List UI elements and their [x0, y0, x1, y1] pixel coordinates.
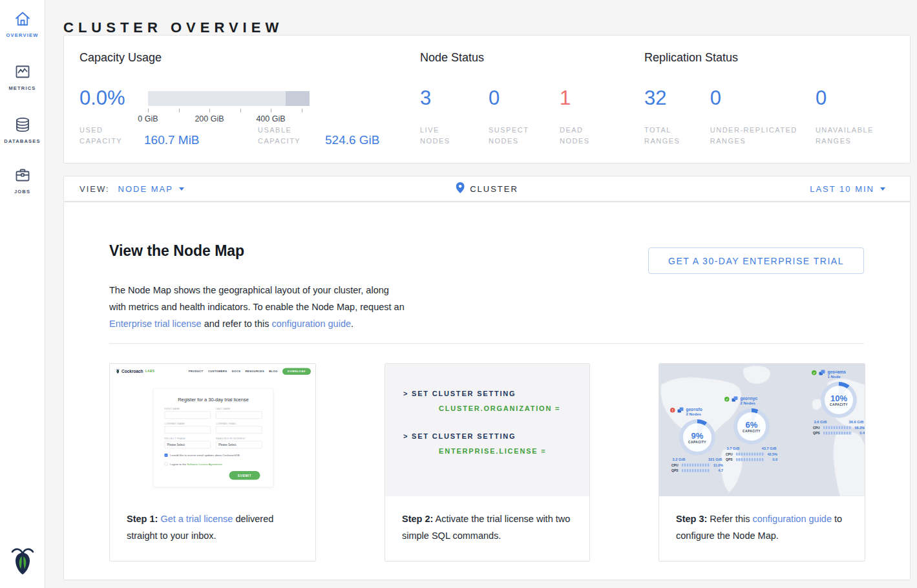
locality-node-count: 2 Nodes	[741, 401, 758, 406]
mini-site-header: Cockroach LABS PRODUCT CUSTOMERS DOCS RE…	[110, 364, 315, 379]
node-status-section: Node Status 3 LIVE NODES 0 SUSPECT NODES…	[420, 51, 644, 163]
capacity-label: CAPACITY	[830, 403, 848, 406]
mini-submit-button: SUBMIT	[229, 471, 260, 480]
step2-sql-snippet: > SET CLUSTER SETTING CLUSTER.ORGANIZATI…	[385, 364, 589, 496]
capacity-used-percent: 0.0%	[79, 87, 125, 109]
locality-node-count: 2 Nodes	[686, 412, 702, 417]
mini-nav-item: DOCS	[232, 370, 240, 373]
sidebar: OVERVIEW METRICS DATABASES	[0, 0, 45, 588]
location-pin-icon	[456, 182, 464, 196]
chevron-down-icon	[880, 187, 885, 191]
mini-brand-name: Cockroach	[121, 369, 143, 374]
sidebar-item-overview[interactable]: OVERVIEW	[0, 10, 45, 38]
total-ranges-label: TOTAL RANGES	[644, 125, 696, 147]
capacity-percent: 9%	[691, 431, 704, 439]
gauge-tick	[148, 109, 149, 112]
step2-card: > SET CLUSTER SETTING CLUSTER.ORGANIZATI…	[385, 363, 590, 562]
step1-screenshot: Cockroach LABS PRODUCT CUSTOMERS DOCS RE…	[110, 364, 315, 496]
enterprise-trial-license-link[interactable]: Enterprise trial license	[109, 319, 202, 329]
mini-form-fields: FIRST NAME LAST NAME COMPANY NAME COMPAN…	[165, 408, 262, 448]
locality-breadcrumb: CLUSTER	[456, 182, 518, 196]
used-capacity-label: USED CAPACITY	[79, 125, 144, 147]
qps-value: 0.4	[854, 431, 865, 435]
steps-cards: Cockroach LABS PRODUCT CUSTOMERS DOCS RE…	[109, 363, 865, 562]
view-dropdown[interactable]: NODE MAP	[118, 184, 184, 194]
gauge-tick-label: 400 GiB	[256, 114, 285, 123]
mini-form-title: Register for a 30-day trial license	[165, 397, 262, 403]
sql-command: > SET CLUSTER SETTING	[403, 432, 589, 440]
configuration-guide-link[interactable]: configuration guide	[271, 319, 351, 329]
sidebar-item-jobs[interactable]: JOBS	[0, 166, 45, 194]
description-text: The Node Map shows the geographical layo…	[109, 285, 405, 312]
step1-caption: Step 1: Get a trial license delivered st…	[110, 496, 315, 544]
gauge-tick	[240, 109, 241, 112]
cpu-bar	[823, 426, 852, 429]
locality-name: geo=nyc	[741, 396, 758, 401]
total-capacity: 36.6 GiB	[848, 420, 863, 424]
used-capacity-value: 160.7 MiB	[144, 133, 233, 147]
capacity-ring: 9% CAPACITY	[679, 419, 715, 456]
mini-text-input	[165, 412, 211, 419]
mini-nav-item: RESOURCES	[246, 370, 264, 373]
locality-name: geo=sfo	[686, 407, 702, 412]
time-range-dropdown[interactable]: LAST 10 MIN	[810, 184, 885, 194]
sql-setting: CLUSTER.ORGANIZATION =	[439, 404, 589, 412]
cpu-value: 11.0%	[712, 463, 723, 467]
description-text: .	[351, 319, 353, 329]
enterprise-trial-button[interactable]: GET A 30-DAY ENTERPRISE TRIAL	[648, 247, 864, 274]
live-nodes-stat: 3 LIVE NODES	[420, 87, 489, 147]
sidebar-item-databases[interactable]: DATABASES	[0, 116, 45, 144]
step1-card: Cockroach LABS PRODUCT CUSTOMERS DOCS RE…	[109, 363, 316, 562]
under-replicated-ranges-stat: 0 UNDER-REPLICATED RANGES	[710, 87, 816, 147]
mini-field-label: LAST NAME	[216, 408, 262, 410]
sidebar-item-metrics[interactable]: METRICS	[0, 63, 45, 91]
suspect-nodes-label: SUSPECT NODES	[489, 125, 540, 147]
cockroachdb-logo[interactable]	[10, 547, 35, 578]
mini-download-button: DOWNLOAD	[282, 368, 311, 375]
sidebar-item-label: METRICS	[8, 85, 36, 91]
mini-checkbox-label: I would like to receive email updates ab…	[170, 454, 240, 457]
home-icon	[14, 10, 32, 28]
gauge-tick	[302, 109, 302, 112]
under-replicated-ranges-value: 0	[710, 87, 810, 109]
description-text: and refer to this	[202, 319, 272, 329]
mini-checkbox-checked: ✓	[165, 454, 168, 457]
locality-widget-nyc: ✓ geo=nyc 2 Nodes 6%	[723, 396, 780, 461]
node-map-panel: View the Node Map The Node Map shows the…	[63, 202, 911, 580]
configuration-guide-link[interactable]: configuration guide	[752, 514, 832, 524]
mini-text-input	[216, 426, 262, 434]
cpu-value: 58.3%	[854, 426, 865, 430]
mini-site-nav: PRODUCT CUSTOMERS DOCS RESOURCES BLOG DO…	[189, 368, 311, 375]
used-capacity: 3.2 GiB	[673, 457, 686, 461]
mini-field-label: COMPANY EMAIL	[216, 423, 262, 425]
dead-nodes-value: 1	[560, 87, 611, 109]
capacity-gauge: 0 GiB 200 GiB 400 GiB	[148, 91, 316, 106]
used-capacity: 3.6 GiB	[814, 420, 827, 424]
gauge-tick-label: 200 GiB	[195, 114, 224, 123]
mini-select: Please Select	[216, 441, 262, 449]
sidebar-item-label: JOBS	[14, 189, 30, 194]
total-capacity: 321 GiB	[708, 457, 722, 461]
node-map-illustration: ! geo=sfo 2 Nodes 9%	[659, 364, 865, 496]
mini-checkbox-row: I agree to the Software License Agreemen…	[165, 462, 262, 466]
mini-checkbox-label: I agree to the Software License Agreemen…	[170, 462, 223, 466]
mini-text-input	[216, 412, 262, 419]
step-number: Step 3:	[676, 514, 707, 524]
capacity-usage-section: Capacity Usage 0.0% 0 GiB 200 GiB 400 Gi…	[79, 51, 420, 163]
step3-caption: Step 3: Refer this configuration guide t…	[659, 496, 865, 544]
get-trial-license-link[interactable]: Get a trial license	[160, 514, 233, 524]
locality-label: CLUSTER	[470, 184, 518, 194]
locality-widget-sfo: ! geo=sfo 2 Nodes 9%	[669, 407, 726, 472]
mini-nav-item: PRODUCT	[189, 370, 204, 373]
cpu-bar	[682, 463, 710, 467]
under-replicated-ranges-label: UNDER-REPLICATED RANGES	[710, 125, 810, 147]
total-ranges-stat: 32 TOTAL RANGES	[644, 87, 710, 147]
sql-setting: ENTERPRISE.LICENSE =	[439, 447, 589, 455]
unavailable-ranges-value: 0	[816, 87, 891, 109]
capacity-details: USED CAPACITY 160.7 MiB USABLE CAPACITY …	[79, 125, 403, 147]
capacity-label: CAPACITY	[688, 440, 706, 444]
step-number: Step 2:	[402, 514, 433, 524]
mini-license-link: Software License Agreement.	[187, 463, 223, 466]
capacity-gauge-bar	[148, 91, 310, 106]
sql-command: > SET CLUSTER SETTING	[403, 390, 589, 397]
